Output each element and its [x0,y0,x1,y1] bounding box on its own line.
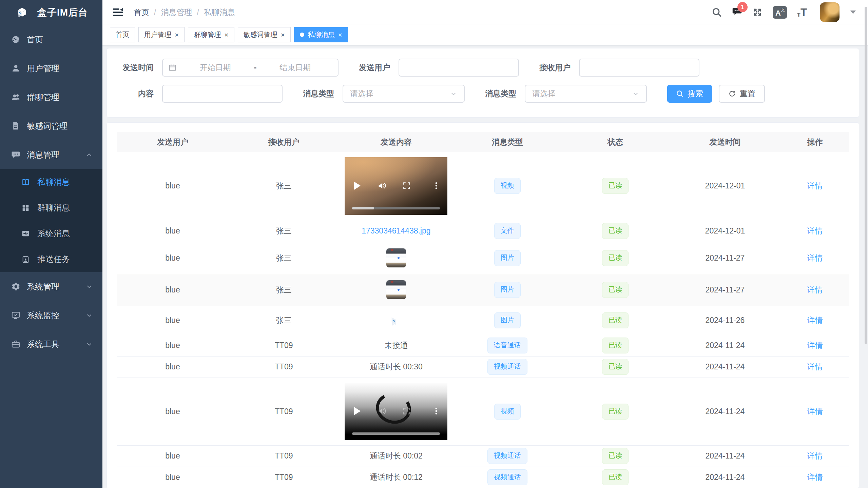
sidebar-item-system-monitor[interactable]: 系统监控 [0,301,102,330]
search-button[interactable]: 搜索 [667,85,712,103]
message-type-badge: 语音通话 [487,338,527,353]
tab-home[interactable]: 首页 [110,27,135,42]
reset-button[interactable]: 重置 [719,85,765,103]
detail-link[interactable]: 详情 [807,407,823,416]
breadcrumb-item[interactable]: 首页 [134,7,149,18]
close-icon[interactable]: × [175,31,179,38]
detail-link[interactable]: 详情 [807,181,823,190]
receive-user-input[interactable] [579,59,699,77]
detail-link[interactable]: 详情 [807,285,823,294]
sidebar-item-group-messages[interactable]: 群聊消息 [0,195,102,221]
app-logo[interactable]: 盒子IM后台 [0,0,102,25]
sidebar-item-system-tools[interactable]: 系统工具 [0,330,102,359]
start-date-placeholder: 开始日期 [178,62,253,73]
content-cell [340,242,453,274]
tab-sensitive-words[interactable]: 敏感词管理 × [238,27,291,42]
sidebar-item-system-messages[interactable]: 系统消息 [0,221,102,246]
more-options-icon[interactable] [432,181,441,190]
scrollbar-thumb[interactable] [865,7,867,344]
sidebar-item-private-messages[interactable]: 私聊消息 [0,169,102,195]
top-header: 首页 / 消息管理 / 私聊消息 1 A文 тT [102,0,868,24]
translate-icon[interactable]: A文 [773,6,787,19]
image-thumbnail-logo[interactable] [386,310,406,330]
range-separator: - [254,63,257,72]
filter-panel: 发送时间 开始日期 - 结束日期 发送用户 接收用户 [107,48,859,118]
sidebar-item-label: 群聊消息 [37,202,70,213]
video-player[interactable] [345,383,447,440]
svg-text:A: A [775,9,781,17]
reset-button-label: 重置 [740,88,755,99]
detail-link[interactable]: 详情 [807,451,823,460]
end-date-placeholder: 结束日期 [258,62,332,73]
sidebar-item-group-management[interactable]: 群聊管理 [0,83,102,111]
message-type-badge: 文件 [494,223,521,239]
search-button-label: 搜索 [688,88,703,99]
user-avatar[interactable] [820,2,840,22]
detail-link[interactable]: 详情 [807,341,823,350]
sidebar-item-push-tasks[interactable]: 推送任务 [0,246,102,272]
close-icon[interactable]: × [281,31,285,38]
message-type-badge: 视频通话 [487,469,527,485]
breadcrumb-item[interactable]: 消息管理 [161,7,192,18]
content-input[interactable] [162,85,283,103]
image-thumbnail[interactable] [386,280,406,300]
fullscreen-icon[interactable] [402,181,411,190]
send-user-input[interactable] [399,59,519,77]
detail-link[interactable]: 详情 [807,473,823,482]
search-icon[interactable] [712,7,722,17]
video-progress-bar[interactable] [352,207,440,209]
play-icon[interactable] [354,407,361,415]
detail-link[interactable]: 详情 [807,226,823,235]
detail-link[interactable]: 详情 [807,362,823,371]
send-time-cell: 2024-11-27 [669,274,781,306]
file-link[interactable]: 1733034614438.jpg [362,226,430,235]
volume-icon[interactable] [377,181,387,190]
sidebar-collapse-icon[interactable] [112,6,123,18]
tab-group-management[interactable]: 群聊管理 × [188,27,234,42]
sender-cell: blue [117,152,228,220]
sender-cell: blue [117,274,228,306]
content-cell [340,306,453,335]
content-cell: 通话时长 00:12 [340,467,453,488]
tab-label: 用户管理 [144,30,171,39]
fullscreen-icon[interactable] [752,7,763,17]
fullscreen-icon[interactable] [402,407,411,415]
status-badge: 已读 [602,469,629,485]
header-sender: 发送用户 [117,132,228,152]
table-row: blue张三1733034614438.jpg文件已读2024-12-01详情 [117,220,849,242]
breadcrumb-item: 私聊消息 [204,7,235,18]
msg-type-select-2[interactable]: 请选择 [525,85,647,103]
sidebar-item-label: 系统消息 [37,228,70,239]
task-icon [21,255,30,264]
table-row: blue张三图片已读2024-11-27详情 [117,274,849,306]
volume-icon[interactable] [377,406,387,416]
msg-type-select-1[interactable]: 请选择 [343,85,465,103]
video-progress-bar[interactable] [352,432,440,435]
font-size-icon[interactable]: тT [797,7,807,18]
tab-user-management[interactable]: 用户管理 × [138,27,185,42]
sidebar-item-label: 系统管理 [27,281,59,292]
close-icon[interactable]: × [224,31,228,38]
image-thumbnail[interactable] [386,248,406,268]
close-icon[interactable]: × [338,31,342,38]
content-cell: 未接通 [340,335,453,356]
sidebar-item-home[interactable]: 首页 [0,25,102,54]
sidebar-item-message-management[interactable]: 消息管理 [0,140,102,169]
message-type-badge: 视频 [494,404,521,420]
video-player[interactable] [345,157,447,215]
detail-link[interactable]: 详情 [807,253,823,262]
more-options-icon[interactable] [432,407,441,415]
sidebar-item-label: 群聊管理 [27,92,59,103]
send-user-label: 发送用户 [359,62,390,73]
receiver-cell: 张三 [228,242,340,274]
date-range-input[interactable]: 开始日期 - 结束日期 [162,59,339,77]
sidebar-item-user-management[interactable]: 用户管理 [0,54,102,83]
sidebar-item-system-management[interactable]: 系统管理 [0,272,102,301]
play-icon[interactable] [354,182,361,190]
detail-link[interactable]: 详情 [807,316,823,325]
sidebar-item-sensitive-words[interactable]: 敏感词管理 [0,111,102,140]
tab-private-messages[interactable]: 私聊消息 × [294,27,348,42]
book-icon [21,178,30,186]
notification-bell[interactable]: 1 [732,6,742,18]
avatar-dropdown-caret[interactable] [850,11,856,14]
